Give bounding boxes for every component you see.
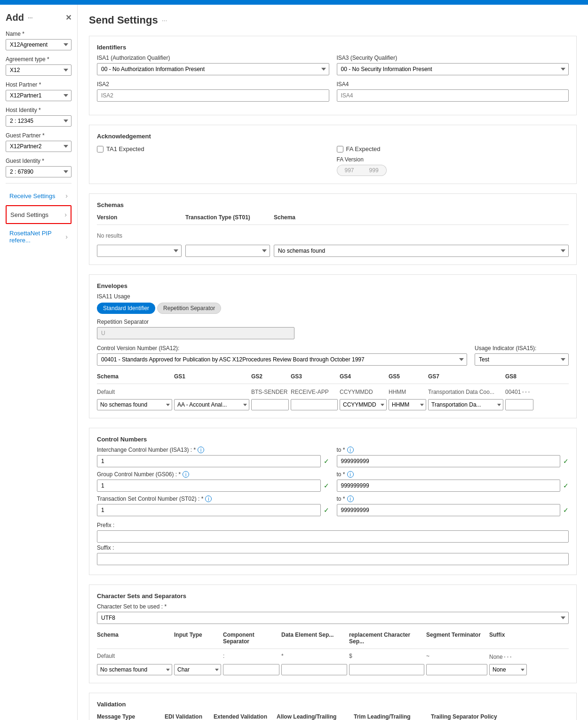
- charset-select[interactable]: UTF8: [97, 612, 569, 624]
- agreement-type-field-group: Agreement type * X12: [6, 56, 72, 76]
- st02-to-input-group: ✓: [337, 504, 569, 516]
- sidebar-divider: [6, 183, 72, 184]
- env-default-schema: Default: [97, 389, 172, 395]
- acknowledgement-title: Acknowledgement: [97, 133, 569, 140]
- suffix-label: Suffix :: [97, 544, 569, 551]
- isa13-input[interactable]: [97, 455, 321, 467]
- isa3-select[interactable]: 00 - No Security Information Present: [337, 63, 569, 75]
- usage-indicator-select[interactable]: Test: [475, 353, 569, 366]
- ctrl-version-select[interactable]: 00401 - Standards Approved for Publicati…: [97, 353, 467, 366]
- gs06-to-input-group: ✓: [337, 480, 569, 492]
- repetition-separator-input[interactable]: [97, 327, 294, 339]
- charset-default-row: Default : * $ ~ None ···: [97, 652, 569, 662]
- gs06-field-left: Group Control Number (GS06) : * i ✓: [97, 471, 329, 492]
- guest-partner-select[interactable]: X12Partner2: [6, 141, 72, 152]
- charset-replacement-char-input[interactable]: [349, 664, 424, 675]
- val-col-trim-leading: Trim Leading/Trailing Zeroes: [354, 713, 429, 720]
- schemas-transaction-select[interactable]: [185, 245, 270, 257]
- schemas-schema-select[interactable]: No schemas found: [274, 245, 569, 257]
- gs06-info-icon[interactable]: i: [183, 471, 189, 478]
- validation-table-header: Message Type EDI Validation Extended Val…: [97, 712, 569, 720]
- repetition-separator-pill[interactable]: Repetition Separator: [157, 303, 221, 314]
- charset-component-sep-input[interactable]: [223, 664, 279, 675]
- sidebar-title: Add ··· ✕: [6, 12, 72, 23]
- env-gs5-select[interactable]: HHMM: [389, 399, 426, 410]
- character-sets-section: Character Sets and Separators Character …: [89, 584, 577, 683]
- prefix-input[interactable]: [97, 530, 569, 543]
- guest-identity-label: Guest Identity *: [6, 158, 72, 164]
- schemas-input-row: No schemas found: [97, 245, 569, 257]
- val-col-edi-validation: EDI Validation: [165, 713, 212, 720]
- isa13-info-icon[interactable]: i: [198, 447, 204, 453]
- st02-to-info-icon[interactable]: i: [347, 496, 354, 502]
- env-default-gs8: 00401: [505, 389, 521, 395]
- schemas-version-select[interactable]: [97, 245, 182, 257]
- host-identity-field-group: Host Identity * 2 : 12345: [6, 107, 72, 127]
- isa13-to-info-icon[interactable]: i: [347, 447, 354, 453]
- agreement-type-select[interactable]: X12: [6, 64, 72, 76]
- isa13-to-input[interactable]: [337, 455, 561, 467]
- ta1-field: TA1 Expected: [97, 144, 329, 152]
- st02-to-checkmark-icon: ✓: [563, 506, 569, 514]
- charset-suffix-select[interactable]: None: [489, 664, 527, 675]
- fa-label: FA Expected: [346, 145, 381, 152]
- guest-identity-select[interactable]: 2 : 67890: [6, 166, 72, 177]
- env-schema-select[interactable]: No schemas found: [97, 399, 172, 410]
- agreement-type-label: Agreement type *: [6, 56, 72, 63]
- env-default-dots-button[interactable]: ···: [522, 388, 531, 396]
- usage-indicator-field: Usage Indicator (ISA15): Test: [475, 345, 569, 366]
- name-select[interactable]: X12Agreement: [6, 39, 72, 50]
- fa-version-group: FA Version 997 999: [337, 156, 569, 176]
- standard-identifier-pill[interactable]: Standard Identifier: [97, 303, 155, 314]
- fa-version-999-pill[interactable]: 999: [362, 165, 387, 176]
- charset-segment-terminator-input[interactable]: [426, 664, 487, 675]
- gs06-to-info-icon[interactable]: i: [347, 471, 354, 478]
- identifiers-section: Identifiers ISA1 (Authorization Qualifie…: [89, 36, 577, 115]
- host-identity-label: Host Identity *: [6, 107, 72, 113]
- sidebar-item-send-settings[interactable]: Send Settings ›: [6, 205, 72, 224]
- env-gs3-input[interactable]: [291, 399, 338, 410]
- gs06-to-checkmark-icon: ✓: [563, 482, 569, 489]
- val-col-trailing-separator: Trailing Separator Policy: [431, 713, 569, 720]
- repetition-separator-label: Repetition Separator: [97, 319, 569, 325]
- sidebar-close-button[interactable]: ✕: [65, 13, 72, 22]
- fa-checkbox[interactable]: [337, 146, 343, 152]
- isa2-input[interactable]: [97, 89, 329, 102]
- ta1-checkbox[interactable]: [97, 146, 103, 152]
- charset-col-segment-terminator: Segment Terminator: [426, 632, 487, 645]
- charset-default-data-element-sep: *: [281, 653, 347, 661]
- host-partner-select[interactable]: X12Partner1: [6, 90, 72, 101]
- charset-default-dots-button[interactable]: ···: [504, 653, 513, 661]
- isa13-to-input-group: ✓: [337, 455, 569, 467]
- charset-data-element-sep-input[interactable]: [281, 664, 347, 675]
- isa4-input[interactable]: [337, 89, 569, 102]
- prefix-label: Prefix :: [97, 522, 569, 528]
- env-gs2-input[interactable]: [251, 399, 289, 410]
- gs06-input[interactable]: [97, 480, 321, 492]
- suffix-input[interactable]: [97, 553, 569, 565]
- env-gs7-select[interactable]: Transportation Da...: [428, 399, 503, 410]
- charset-input-type-select[interactable]: Char: [174, 664, 221, 675]
- env-col-gs8: GS8: [505, 373, 533, 380]
- env-default-gs7: Transportation Data Coo...: [428, 389, 503, 395]
- st02-to-input[interactable]: [337, 504, 561, 516]
- env-col-gs1: GS1: [174, 373, 249, 380]
- isa1-select[interactable]: 00 - No Authorization Information Presen…: [97, 63, 329, 75]
- sidebar-item-rosettanet[interactable]: RosettaNet PIP refere... ›: [6, 225, 72, 248]
- charset-default-input-type: [174, 653, 221, 661]
- charset-schema-select[interactable]: No schemas found: [97, 664, 172, 675]
- st02-input[interactable]: [97, 504, 321, 516]
- env-gs1-select[interactable]: AA - Account Anal...: [174, 399, 249, 410]
- schemas-section: Schemas Version Transaction Type (ST01) …: [89, 193, 577, 265]
- isa1-field: ISA1 (Authorization Qualifier) 00 - No A…: [97, 55, 329, 75]
- gs06-label: Group Control Number (GS06) : * i: [97, 471, 329, 478]
- name-label: Name *: [6, 31, 72, 37]
- sidebar-item-receive-settings[interactable]: Receive Settings ›: [6, 187, 72, 204]
- fa-version-997-pill[interactable]: 997: [337, 165, 362, 176]
- env-gs8-input[interactable]: [505, 399, 533, 410]
- st02-info-icon[interactable]: i: [205, 496, 212, 502]
- gs06-to-input[interactable]: [337, 480, 561, 492]
- acknowledgement-row: TA1 Expected FA Expected FA Version 997 …: [97, 144, 569, 176]
- env-gs4-select[interactable]: CCYYMMDD: [340, 399, 387, 410]
- host-identity-select[interactable]: 2 : 12345: [6, 115, 72, 127]
